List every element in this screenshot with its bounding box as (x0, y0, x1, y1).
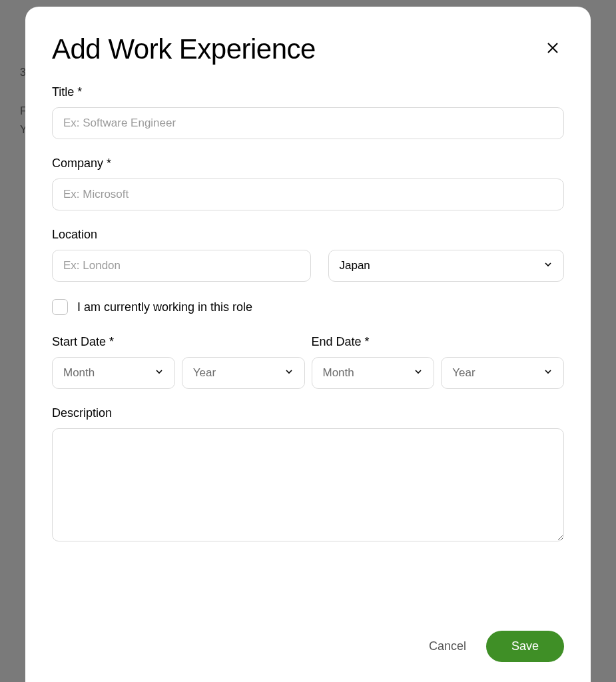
end-date-group: End Date * Month Year (312, 335, 565, 389)
description-field-group: Description (52, 406, 564, 544)
company-label: Company * (52, 157, 564, 170)
company-input[interactable] (52, 178, 564, 210)
modal-footer: Cancel Save (52, 617, 564, 662)
currently-working-row: I am currently working in this role (52, 299, 564, 315)
location-country-select[interactable]: Japan (328, 250, 565, 282)
start-month-select[interactable]: Month (52, 357, 175, 389)
modal-header: Add Work Experience (52, 33, 564, 65)
date-row: Start Date * Month Year (52, 335, 564, 389)
end-year-select[interactable]: Year (441, 357, 564, 389)
company-field-group: Company * (52, 157, 564, 210)
location-field-group: Location Japan (52, 228, 564, 282)
description-label: Description (52, 406, 564, 420)
close-icon (545, 48, 561, 58)
description-textarea[interactable] (52, 428, 564, 541)
title-field-group: Title * (52, 85, 564, 139)
title-input[interactable] (52, 107, 564, 139)
location-label: Location (52, 228, 564, 242)
title-label: Title * (52, 85, 564, 99)
start-date-label: Start Date * (52, 335, 305, 349)
currently-working-checkbox[interactable] (52, 299, 68, 315)
currently-working-label[interactable]: I am currently working in this role (77, 300, 252, 314)
end-date-label: End Date * (312, 335, 565, 349)
close-button[interactable] (541, 37, 564, 61)
end-month-select[interactable]: Month (312, 357, 435, 389)
form-body: Title * Company * Location Japan I am cu… (52, 85, 564, 617)
start-date-group: Start Date * Month Year (52, 335, 305, 389)
location-city-input[interactable] (52, 250, 311, 282)
save-button[interactable]: Save (486, 631, 564, 662)
cancel-button[interactable]: Cancel (429, 639, 466, 653)
start-year-select[interactable]: Year (182, 357, 305, 389)
add-work-experience-modal: Add Work Experience Title * Company * Lo… (25, 7, 591, 682)
modal-title: Add Work Experience (52, 33, 316, 65)
